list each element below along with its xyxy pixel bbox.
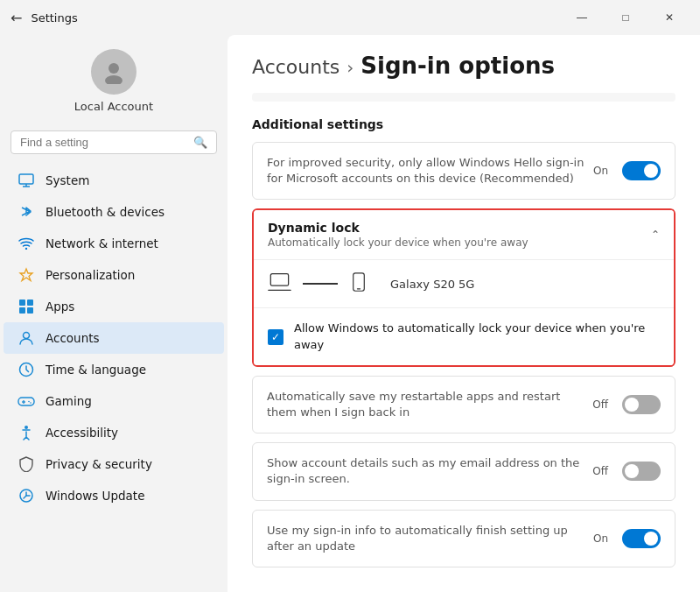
windows-hello-card: For improved security, only allow Window… xyxy=(252,142,676,200)
sidebar-item-network[interactable]: Network & internet xyxy=(4,228,224,259)
breadcrumb-current: Sign-in options xyxy=(360,53,555,79)
sidebar-profile: Local Account xyxy=(0,39,228,127)
signin-info-row: Use my sign-in info to automatically fin… xyxy=(253,511,675,567)
search-icon: 🔍 xyxy=(193,136,207,149)
sidebar-item-bluetooth[interactable]: Bluetooth & devices xyxy=(4,196,224,228)
sidebar-item-gaming[interactable]: Gaming xyxy=(4,385,224,417)
svg-point-17 xyxy=(24,426,28,429)
svg-rect-12 xyxy=(18,398,34,405)
toggle-knob-2 xyxy=(625,398,639,412)
svg-rect-19 xyxy=(270,274,288,286)
breadcrumb-separator: › xyxy=(346,57,354,78)
account-details-row: Show account details such as my email ad… xyxy=(253,443,675,499)
phone-icon xyxy=(345,272,373,295)
windows-hello-toggle[interactable] xyxy=(622,161,661,180)
restartable-apps-toggle[interactable] xyxy=(622,395,661,414)
app-body: Local Account 🔍 System Bluet xyxy=(0,32,700,592)
minimize-button[interactable]: — xyxy=(562,5,602,30)
sidebar-item-accounts-label: Accounts xyxy=(46,331,100,345)
dynamic-lock-header[interactable]: Dynamic lock Automatically lock your dev… xyxy=(254,210,674,259)
breadcrumb-parent: Accounts xyxy=(252,56,340,78)
toggle-knob-3 xyxy=(625,464,639,478)
svg-point-1 xyxy=(105,75,122,84)
windows-hello-toggle-row: On xyxy=(593,161,661,180)
bluetooth-icon xyxy=(18,203,35,221)
laptop-icon xyxy=(268,272,296,295)
sidebar-item-system[interactable]: System xyxy=(4,165,224,196)
sidebar-item-update[interactable]: Windows Update xyxy=(4,480,224,511)
svg-point-15 xyxy=(28,401,30,403)
toggle-knob xyxy=(644,164,658,178)
privacy-icon xyxy=(18,455,35,473)
sidebar-item-privacy-label: Privacy & security xyxy=(46,457,152,471)
dynamic-lock-checkbox-row: Allow Windows to automatically lock your… xyxy=(254,308,674,364)
svg-point-10 xyxy=(24,333,30,339)
account-details-card: Show account details such as my email ad… xyxy=(252,442,676,500)
account-details-toggle-row: Off xyxy=(592,462,661,481)
gaming-icon xyxy=(18,392,35,410)
scroll-hint-bar xyxy=(252,93,676,102)
dynamic-lock-header-text: Dynamic lock Automatically lock your dev… xyxy=(268,221,528,249)
sidebar-item-gaming-label: Gaming xyxy=(46,394,92,408)
page-header: Accounts › Sign-in options xyxy=(252,35,676,93)
sidebar-item-time-label: Time & language xyxy=(46,363,146,377)
restartable-apps-row: Automatically save my restartable apps a… xyxy=(253,377,675,433)
personalization-icon xyxy=(18,266,35,284)
windows-hello-text: For improved security, only allow Window… xyxy=(267,155,593,187)
sidebar-item-system-label: System xyxy=(46,173,89,187)
svg-rect-21 xyxy=(354,273,365,291)
svg-point-5 xyxy=(25,248,27,250)
restartable-apps-card: Automatically save my restartable apps a… xyxy=(252,376,676,433)
windows-hello-toggle-label: On xyxy=(593,165,608,177)
window-controls: — □ ✕ xyxy=(562,5,690,30)
app-title: Settings xyxy=(31,11,77,25)
account-details-toggle-label: Off xyxy=(592,465,608,477)
account-details-toggle[interactable] xyxy=(622,462,661,481)
sidebar-item-accessibility-label: Accessibility xyxy=(46,426,118,440)
system-icon xyxy=(18,172,35,189)
sidebar-item-network-label: Network & internet xyxy=(46,236,158,250)
dynamic-lock-card: Dynamic lock Automatically lock your dev… xyxy=(252,208,676,366)
sidebar-item-time[interactable]: Time & language xyxy=(4,354,224,385)
signin-info-toggle[interactable] xyxy=(622,529,661,548)
svg-point-16 xyxy=(30,402,32,404)
dynamic-lock-device-row: Galaxy S20 5G xyxy=(254,259,674,308)
signin-info-toggle-row: On xyxy=(593,529,661,548)
profile-name: Local Account xyxy=(74,100,153,113)
sidebar-item-privacy[interactable]: Privacy & security xyxy=(4,448,224,480)
sidebar-item-personalization-label: Personalization xyxy=(46,268,135,282)
sidebar-item-accessibility[interactable]: Accessibility xyxy=(4,417,224,448)
close-button[interactable]: ✕ xyxy=(649,5,690,30)
connection-line xyxy=(303,283,338,285)
sidebar-item-accounts[interactable]: Accounts xyxy=(4,322,224,354)
content-area: Accounts › Sign-in options Additional se… xyxy=(228,35,700,592)
restartable-apps-toggle-label: Off xyxy=(592,398,608,411)
maximize-button[interactable]: □ xyxy=(606,5,646,30)
signin-info-text: Use my sign-in info to automatically fin… xyxy=(267,523,593,554)
accessibility-icon xyxy=(18,424,35,441)
sidebar-item-apps[interactable]: Apps xyxy=(4,291,224,322)
dynamic-lock-subtitle: Automatically lock your device when you'… xyxy=(268,236,528,249)
avatar xyxy=(91,49,136,95)
chevron-up-icon: ⌃ xyxy=(651,229,660,241)
restartable-apps-text: Automatically save my restartable apps a… xyxy=(267,389,592,420)
dynamic-lock-checkbox[interactable] xyxy=(268,329,284,345)
account-details-text: Show account details such as my email ad… xyxy=(267,455,592,487)
svg-rect-2 xyxy=(19,174,33,184)
sidebar-item-update-label: Windows Update xyxy=(46,489,144,503)
sidebar-item-apps-label: Apps xyxy=(46,300,74,314)
back-icon[interactable]: ← xyxy=(10,10,22,26)
network-icon xyxy=(18,235,35,252)
toggle-knob-4 xyxy=(644,532,658,546)
sidebar: Local Account 🔍 System Bluet xyxy=(0,32,228,592)
sidebar-item-bluetooth-label: Bluetooth & devices xyxy=(46,205,164,219)
svg-point-0 xyxy=(108,63,119,74)
search-box[interactable]: 🔍 xyxy=(10,130,217,154)
sidebar-item-personalization[interactable]: Personalization xyxy=(4,259,224,291)
time-icon xyxy=(18,361,35,378)
search-input[interactable] xyxy=(20,136,186,149)
update-icon xyxy=(18,487,35,504)
dynamic-lock-checkbox-label: Allow Windows to automatically lock your… xyxy=(294,321,660,352)
signin-info-card: Use my sign-in info to automatically fin… xyxy=(252,510,676,567)
windows-hello-row: For improved security, only allow Window… xyxy=(253,143,675,199)
